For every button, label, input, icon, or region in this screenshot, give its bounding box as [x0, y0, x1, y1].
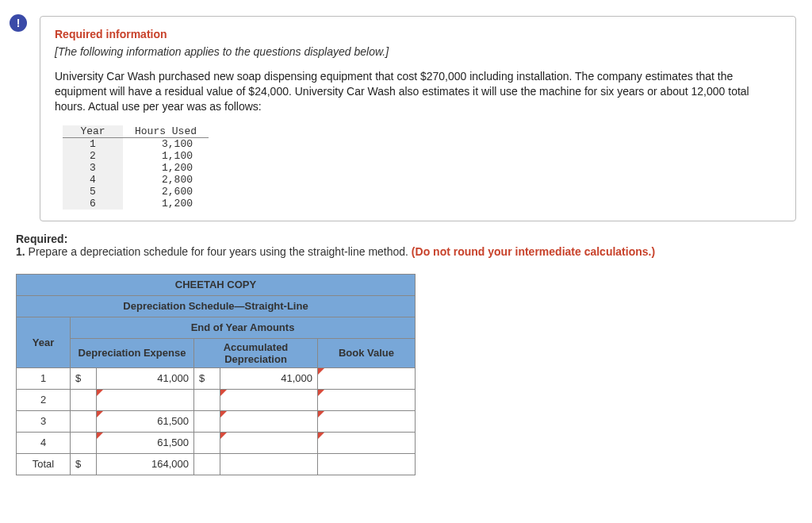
problem-text: University Car Wash purchased new soap d… — [55, 69, 781, 114]
table-row: 1 $ 41,000 $ 41,000 — [17, 367, 416, 389]
currency-cell[interactable] — [194, 410, 220, 432]
error-marker-icon — [220, 433, 227, 439]
error-marker-icon — [220, 390, 227, 396]
book-value-cell[interactable] — [318, 453, 416, 475]
requirements-block: Required: 1. Prepare a depreciation sche… — [16, 233, 812, 258]
hours-header-hours: Hours Used — [123, 125, 209, 138]
error-marker-icon — [318, 433, 324, 439]
col-accum: Accumulated Depreciation — [194, 338, 318, 367]
hours-year: 3 — [63, 162, 123, 174]
hours-year: 5 — [63, 186, 123, 198]
currency-cell[interactable] — [194, 453, 220, 475]
currency-cell[interactable]: $ — [71, 367, 97, 389]
hours-year: 1 — [63, 137, 123, 150]
hours-value: 1,200 — [123, 162, 209, 174]
accum-dep-cell[interactable] — [220, 410, 318, 432]
error-marker-icon — [318, 368, 324, 375]
dep-expense-cell[interactable] — [97, 389, 194, 410]
instruction-warning: (Do not round your intermediate calculat… — [412, 245, 655, 258]
currency-cell[interactable]: $ — [194, 367, 220, 389]
hours-year: 4 — [63, 174, 123, 186]
currency-cell[interactable] — [71, 410, 97, 432]
item-number: 1. — [16, 245, 29, 258]
hours-value: 1,100 — [123, 150, 209, 162]
error-marker-icon — [318, 411, 324, 417]
book-value-cell[interactable] — [318, 410, 416, 432]
currency-cell[interactable] — [71, 389, 97, 410]
accum-dep-cell[interactable] — [220, 432, 318, 453]
depreciation-schedule-table: CHEETAH COPY Depreciation Schedule—Strai… — [16, 274, 416, 475]
hours-value: 2,600 — [123, 186, 209, 198]
table-row: Total $ 164,000 — [17, 453, 416, 475]
book-value-cell[interactable] — [318, 432, 416, 453]
book-value-cell[interactable] — [318, 389, 416, 410]
table-row: 2 — [17, 389, 416, 410]
book-value-cell[interactable] — [318, 367, 416, 389]
table-row: 4 61,500 — [17, 432, 416, 453]
instruction-text: Prepare a depreciation schedule for four… — [29, 245, 412, 258]
hours-year: 6 — [63, 198, 123, 210]
dep-expense-cell[interactable]: 164,000 — [97, 453, 194, 475]
currency-cell[interactable] — [194, 389, 220, 410]
year-cell: 4 — [17, 432, 71, 453]
year-cell: Total — [17, 453, 71, 475]
dep-expense-cell[interactable]: 61,500 — [97, 410, 194, 432]
sched-title-1: CHEETAH COPY — [17, 274, 416, 295]
accum-dep-cell[interactable] — [220, 453, 318, 475]
year-cell: 1 — [17, 367, 71, 389]
error-marker-icon — [97, 390, 103, 396]
hours-year: 2 — [63, 150, 123, 162]
col-year: Year — [17, 317, 71, 367]
accum-dep-cell[interactable]: 41,000 — [220, 367, 318, 389]
dep-expense-cell[interactable]: 61,500 — [97, 432, 194, 453]
error-marker-icon — [97, 433, 103, 439]
error-marker-icon — [97, 411, 103, 417]
required-label: Required: — [16, 233, 812, 245]
col-dep: Depreciation Expense — [71, 338, 194, 367]
year-cell: 3 — [17, 410, 71, 432]
accum-dep-cell[interactable] — [220, 389, 318, 410]
required-heading: Required information — [55, 28, 781, 40]
instruction-line: 1. Prepare a depreciation schedule for f… — [16, 245, 812, 258]
hours-value: 3,100 — [123, 137, 209, 150]
sched-title-3: End of Year Amounts — [71, 317, 416, 338]
currency-cell[interactable] — [194, 432, 220, 453]
table-row: 3 61,500 — [17, 410, 416, 432]
dep-expense-cell[interactable]: 41,000 — [97, 367, 194, 389]
error-marker-icon — [220, 411, 227, 417]
info-panel: Required information [The following info… — [40, 16, 796, 221]
col-book: Book Value — [318, 338, 416, 367]
sched-title-2: Depreciation Schedule—Straight-Line — [17, 295, 416, 317]
hours-value: 1,200 — [123, 198, 209, 210]
error-marker-icon — [318, 390, 324, 396]
year-cell: 2 — [17, 389, 71, 410]
hours-value: 2,800 — [123, 174, 209, 186]
currency-cell[interactable] — [71, 432, 97, 453]
alert-icon: ! — [10, 14, 27, 32]
hours-used-table: Year Hours Used 13,100 21,100 31,200 42,… — [63, 125, 209, 210]
hours-header-year: Year — [63, 125, 123, 138]
currency-cell[interactable]: $ — [71, 453, 97, 475]
context-note: [The following information applies to th… — [55, 45, 781, 58]
